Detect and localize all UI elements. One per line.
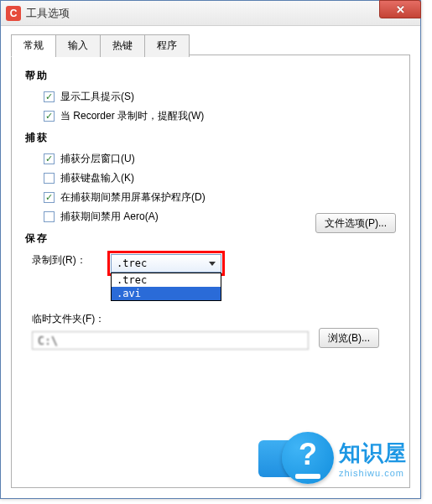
record-to-label: 录制到(R)： (32, 251, 107, 268)
combobox-option-avi[interactable]: .avi (112, 287, 221, 300)
panel-general: 帮助 显示工具提示(S) 当 Recorder 录制时，提醒我(W) 捕获 捕获… (11, 55, 410, 488)
tab-label: 常规 (23, 39, 44, 51)
dialog-body: 常规 输入 热键 程序 帮助 显示工具提示(S) 当 Recorder 录制时，… (11, 34, 410, 488)
checkbox-label: 显示工具提示(S) (60, 90, 134, 104)
app-icon: C (6, 6, 21, 21)
record-format-combobox[interactable]: .trec .trec .avi (111, 254, 221, 273)
checkbox-keyboard-input[interactable] (44, 173, 55, 184)
checkbox-disable-aero[interactable] (44, 211, 55, 222)
checkbox-row: 捕获键盘输入(K) (44, 169, 396, 186)
button-label: 浏览(B)... (328, 331, 370, 346)
temp-folder-row: 临时文件夹(F)： (32, 309, 396, 326)
tab-label: 热键 (112, 39, 133, 51)
temp-folder-path-input[interactable] (32, 331, 309, 350)
watermark-badge-icon: ? (282, 432, 334, 484)
tabs: 常规 输入 热键 程序 (11, 34, 410, 57)
checkbox-label: 在捕获期间禁用屏幕保护程序(D) (60, 190, 206, 205)
checkbox-row: 在捕获期间禁用屏幕保护程序(D) (44, 189, 396, 205)
titlebar: C 工具选项 ✕ (1, 1, 420, 26)
combobox-option-trec[interactable]: .trec (112, 273, 221, 287)
checkbox-label: 捕获键盘输入(K) (60, 171, 134, 185)
checkbox-row: 当 Recorder 录制时，提醒我(W) (44, 107, 396, 124)
file-options-button[interactable]: 文件选项(P)... (315, 213, 396, 233)
checkbox-disable-screensaver[interactable] (44, 192, 55, 203)
tab-label: 程序 (157, 39, 177, 51)
tab-program[interactable]: 程序 (144, 34, 190, 57)
tab-input[interactable]: 输入 (55, 34, 101, 57)
window-title: 工具选项 (26, 6, 70, 21)
watermark-base-icon (295, 474, 320, 479)
tab-general[interactable]: 常规 (11, 34, 56, 57)
checkbox-label: 捕获期间禁用 Aero(A) (60, 210, 159, 224)
button-label: 文件选项(P)... (325, 216, 387, 231)
dialog-window: C 工具选项 ✕ 常规 输入 热键 程序 帮助 显示工具提示(S) 当 Reco… (0, 0, 421, 499)
section-title-help: 帮助 (25, 69, 396, 83)
checkbox-label: 当 Recorder 录制时，提醒我(W) (60, 109, 204, 123)
highlight-annotation: .trec .trec .avi (107, 251, 225, 276)
record-to-row: 录制到(R)： .trec .trec .avi (32, 251, 396, 276)
section-title-save: 保存 (25, 231, 396, 246)
checkbox-row: 捕获分层窗口(U) (44, 150, 396, 167)
tab-hotkeys[interactable]: 热键 (100, 34, 145, 57)
checkbox-row: 显示工具提示(S) (44, 88, 396, 105)
combobox-value: .trec (117, 257, 147, 269)
combobox-display[interactable]: .trec (111, 254, 221, 273)
watermark-zh: 知识屋 (339, 439, 407, 468)
combobox-dropdown: .trec .avi (111, 273, 221, 301)
checkbox-remind-recording[interactable] (44, 111, 55, 122)
checkbox-label: 捕获分层窗口(U) (60, 152, 135, 166)
section-title-capture: 捕获 (25, 131, 396, 145)
question-mark-icon: ? (299, 437, 317, 472)
watermark-overlay: ? 知识屋 zhishiwu.com (282, 429, 432, 487)
checkbox-show-tooltips[interactable] (44, 91, 55, 102)
close-icon: ✕ (396, 3, 405, 16)
watermark-text: 知识屋 zhishiwu.com (339, 439, 407, 478)
browse-button[interactable]: 浏览(B)... (319, 328, 379, 348)
temp-folder-label: 临时文件夹(F)： (32, 309, 107, 326)
chevron-down-icon (209, 262, 216, 266)
close-button[interactable]: ✕ (379, 0, 421, 18)
checkbox-layered-windows[interactable] (44, 153, 55, 164)
watermark-en: zhishiwu.com (339, 468, 407, 478)
tab-label: 输入 (68, 39, 88, 51)
